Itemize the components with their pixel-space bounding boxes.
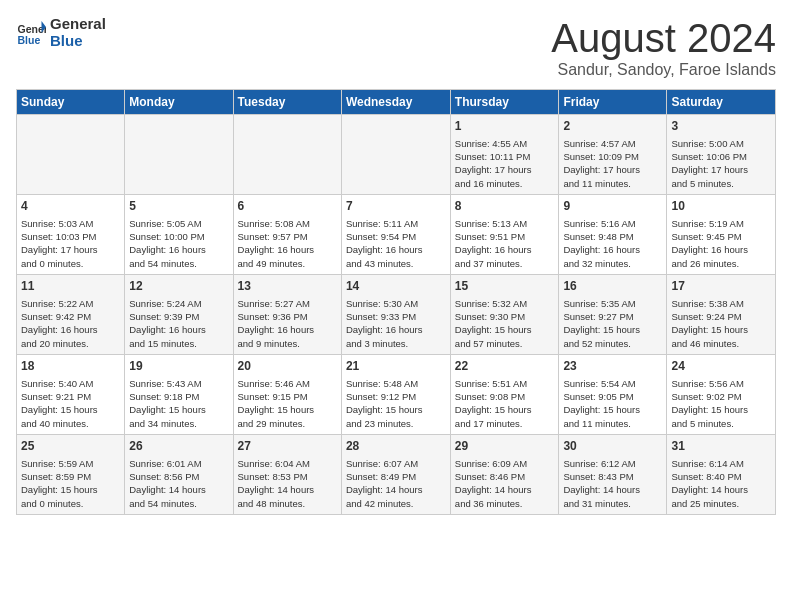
logo-blue-text: Blue [50,33,106,50]
day-info: Sunrise: 4:55 AM Sunset: 10:11 PM Daylig… [455,137,555,190]
day-number: 9 [563,198,662,215]
day-cell: 26Sunrise: 6:01 AM Sunset: 8:56 PM Dayli… [125,435,233,515]
day-number: 27 [238,438,337,455]
logo-icon: General Blue [16,18,46,48]
day-number: 24 [671,358,771,375]
svg-text:Blue: Blue [18,33,41,45]
day-cell: 28Sunrise: 6:07 AM Sunset: 8:49 PM Dayli… [341,435,450,515]
week-row-4: 18Sunrise: 5:40 AM Sunset: 9:21 PM Dayli… [17,355,776,435]
column-header-tuesday: Tuesday [233,90,341,115]
day-cell: 18Sunrise: 5:40 AM Sunset: 9:21 PM Dayli… [17,355,125,435]
day-cell: 25Sunrise: 5:59 AM Sunset: 8:59 PM Dayli… [17,435,125,515]
day-cell: 8Sunrise: 5:13 AM Sunset: 9:51 PM Daylig… [450,195,559,275]
day-number: 11 [21,278,120,295]
day-number: 8 [455,198,555,215]
day-info: Sunrise: 4:57 AM Sunset: 10:09 PM Daylig… [563,137,662,190]
day-info: Sunrise: 5:59 AM Sunset: 8:59 PM Dayligh… [21,457,120,510]
day-number: 18 [21,358,120,375]
day-info: Sunrise: 5:32 AM Sunset: 9:30 PM Dayligh… [455,297,555,350]
day-info: Sunrise: 5:43 AM Sunset: 9:18 PM Dayligh… [129,377,228,430]
day-cell: 6Sunrise: 5:08 AM Sunset: 9:57 PM Daylig… [233,195,341,275]
day-number: 15 [455,278,555,295]
day-number: 31 [671,438,771,455]
day-info: Sunrise: 5:51 AM Sunset: 9:08 PM Dayligh… [455,377,555,430]
day-info: Sunrise: 5:13 AM Sunset: 9:51 PM Dayligh… [455,217,555,270]
day-info: Sunrise: 6:07 AM Sunset: 8:49 PM Dayligh… [346,457,446,510]
column-header-monday: Monday [125,90,233,115]
day-cell: 1Sunrise: 4:55 AM Sunset: 10:11 PM Dayli… [450,115,559,195]
day-number: 2 [563,118,662,135]
day-info: Sunrise: 5:05 AM Sunset: 10:00 PM Daylig… [129,217,228,270]
day-info: Sunrise: 5:00 AM Sunset: 10:06 PM Daylig… [671,137,771,190]
day-cell [341,115,450,195]
day-cell [125,115,233,195]
day-cell: 16Sunrise: 5:35 AM Sunset: 9:27 PM Dayli… [559,275,667,355]
day-info: Sunrise: 6:01 AM Sunset: 8:56 PM Dayligh… [129,457,228,510]
day-info: Sunrise: 5:16 AM Sunset: 9:48 PM Dayligh… [563,217,662,270]
day-cell: 14Sunrise: 5:30 AM Sunset: 9:33 PM Dayli… [341,275,450,355]
day-cell: 15Sunrise: 5:32 AM Sunset: 9:30 PM Dayli… [450,275,559,355]
day-number: 1 [455,118,555,135]
day-number: 4 [21,198,120,215]
day-cell: 5Sunrise: 5:05 AM Sunset: 10:00 PM Dayli… [125,195,233,275]
day-cell [17,115,125,195]
day-info: Sunrise: 6:04 AM Sunset: 8:53 PM Dayligh… [238,457,337,510]
day-number: 14 [346,278,446,295]
day-cell: 11Sunrise: 5:22 AM Sunset: 9:42 PM Dayli… [17,275,125,355]
day-info: Sunrise: 5:11 AM Sunset: 9:54 PM Dayligh… [346,217,446,270]
day-cell: 9Sunrise: 5:16 AM Sunset: 9:48 PM Daylig… [559,195,667,275]
day-info: Sunrise: 5:08 AM Sunset: 9:57 PM Dayligh… [238,217,337,270]
day-number: 5 [129,198,228,215]
day-number: 7 [346,198,446,215]
week-row-1: 1Sunrise: 4:55 AM Sunset: 10:11 PM Dayli… [17,115,776,195]
day-number: 25 [21,438,120,455]
week-row-2: 4Sunrise: 5:03 AM Sunset: 10:03 PM Dayli… [17,195,776,275]
day-cell: 10Sunrise: 5:19 AM Sunset: 9:45 PM Dayli… [667,195,776,275]
column-header-saturday: Saturday [667,90,776,115]
day-number: 6 [238,198,337,215]
location-title: Sandur, Sandoy, Faroe Islands [551,61,776,79]
day-number: 22 [455,358,555,375]
week-row-5: 25Sunrise: 5:59 AM Sunset: 8:59 PM Dayli… [17,435,776,515]
day-info: Sunrise: 5:30 AM Sunset: 9:33 PM Dayligh… [346,297,446,350]
column-header-friday: Friday [559,90,667,115]
column-header-thursday: Thursday [450,90,559,115]
day-info: Sunrise: 5:40 AM Sunset: 9:21 PM Dayligh… [21,377,120,430]
day-cell: 3Sunrise: 5:00 AM Sunset: 10:06 PM Dayli… [667,115,776,195]
day-cell: 30Sunrise: 6:12 AM Sunset: 8:43 PM Dayli… [559,435,667,515]
day-number: 13 [238,278,337,295]
day-number: 30 [563,438,662,455]
day-cell: 19Sunrise: 5:43 AM Sunset: 9:18 PM Dayli… [125,355,233,435]
page-header: General Blue General Blue August 2024 Sa… [16,16,776,79]
column-header-wednesday: Wednesday [341,90,450,115]
day-number: 10 [671,198,771,215]
day-cell: 31Sunrise: 6:14 AM Sunset: 8:40 PM Dayli… [667,435,776,515]
day-cell: 29Sunrise: 6:09 AM Sunset: 8:46 PM Dayli… [450,435,559,515]
day-info: Sunrise: 5:24 AM Sunset: 9:39 PM Dayligh… [129,297,228,350]
day-info: Sunrise: 6:14 AM Sunset: 8:40 PM Dayligh… [671,457,771,510]
day-info: Sunrise: 5:27 AM Sunset: 9:36 PM Dayligh… [238,297,337,350]
day-info: Sunrise: 5:56 AM Sunset: 9:02 PM Dayligh… [671,377,771,430]
day-cell: 24Sunrise: 5:56 AM Sunset: 9:02 PM Dayli… [667,355,776,435]
day-info: Sunrise: 5:35 AM Sunset: 9:27 PM Dayligh… [563,297,662,350]
day-cell: 21Sunrise: 5:48 AM Sunset: 9:12 PM Dayli… [341,355,450,435]
day-cell: 12Sunrise: 5:24 AM Sunset: 9:39 PM Dayli… [125,275,233,355]
day-number: 12 [129,278,228,295]
day-cell: 4Sunrise: 5:03 AM Sunset: 10:03 PM Dayli… [17,195,125,275]
day-number: 3 [671,118,771,135]
day-info: Sunrise: 5:54 AM Sunset: 9:05 PM Dayligh… [563,377,662,430]
day-info: Sunrise: 5:38 AM Sunset: 9:24 PM Dayligh… [671,297,771,350]
day-number: 21 [346,358,446,375]
day-number: 23 [563,358,662,375]
day-info: Sunrise: 5:48 AM Sunset: 9:12 PM Dayligh… [346,377,446,430]
day-info: Sunrise: 5:03 AM Sunset: 10:03 PM Daylig… [21,217,120,270]
title-area: August 2024 Sandur, Sandoy, Faroe Island… [551,16,776,79]
day-cell: 23Sunrise: 5:54 AM Sunset: 9:05 PM Dayli… [559,355,667,435]
day-number: 16 [563,278,662,295]
day-cell: 13Sunrise: 5:27 AM Sunset: 9:36 PM Dayli… [233,275,341,355]
day-info: Sunrise: 5:22 AM Sunset: 9:42 PM Dayligh… [21,297,120,350]
day-info: Sunrise: 5:46 AM Sunset: 9:15 PM Dayligh… [238,377,337,430]
day-cell: 7Sunrise: 5:11 AM Sunset: 9:54 PM Daylig… [341,195,450,275]
day-info: Sunrise: 6:12 AM Sunset: 8:43 PM Dayligh… [563,457,662,510]
day-number: 29 [455,438,555,455]
